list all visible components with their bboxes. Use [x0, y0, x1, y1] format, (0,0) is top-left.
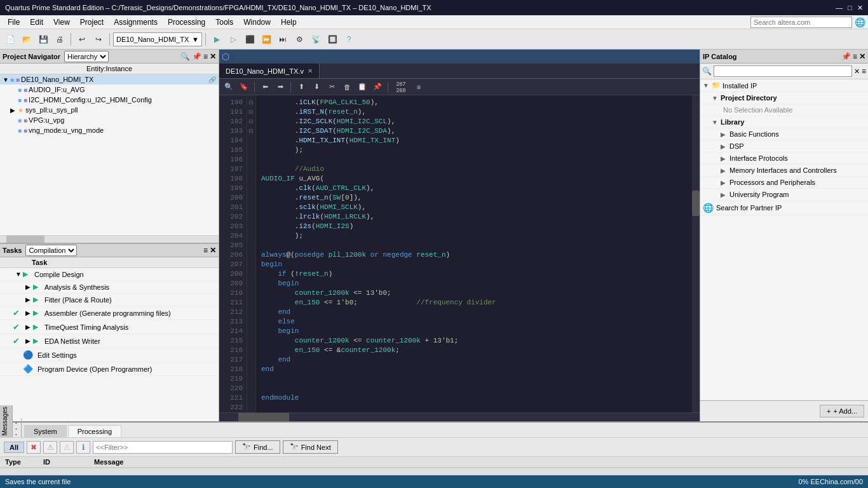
paste-button[interactable]: 📌 — [370, 81, 384, 93]
tree-item-audio[interactable]: ■ ■ AUDIO_IF:u_AVG — [0, 85, 219, 95]
ip-pin-icon[interactable]: 📌 — [841, 52, 851, 61]
ip-item-project-dir[interactable]: ▼ Project Directory — [700, 92, 868, 104]
ip-item-dsp[interactable]: ▶ DSP — [700, 140, 868, 152]
print-button[interactable]: 🖨 — [52, 32, 67, 47]
ip-item-memory[interactable]: ▶ Memory Interfaces and Controllers — [700, 165, 868, 177]
ip-item-partner[interactable]: 🌐 Search for Partner IP — [700, 201, 868, 215]
ip-menu-icon[interactable]: ≡ — [862, 67, 866, 76]
menu-processing[interactable]: Processing — [163, 17, 210, 28]
bookmark-button[interactable]: 🔖 — [237, 81, 251, 93]
ip-search-clear-icon[interactable]: ✕ — [854, 67, 860, 76]
tab-processing[interactable]: Processing — [68, 425, 121, 437]
minimize-button[interactable]: — — [836, 4, 843, 12]
menu-view[interactable]: View — [48, 17, 75, 28]
tab-close-icon[interactable]: ✕ — [308, 67, 313, 74]
tree-item-sys[interactable]: ▶ ★ sys_pll:u_sys_pll — [0, 105, 219, 115]
filter-input[interactable] — [93, 441, 233, 454]
ip-item-univ[interactable]: ▶ University Program — [700, 189, 868, 201]
ip-search-input[interactable] — [714, 65, 852, 77]
compile-button[interactable]: ▶ — [209, 32, 224, 47]
menu-edit[interactable]: Edit — [25, 17, 48, 28]
editor-tab-main[interactable]: DE10_Nano_HDMI_TX.v ✕ — [219, 64, 320, 78]
task-row-settings[interactable]: 🔵 Edit Settings — [0, 348, 219, 362]
all-messages-button[interactable]: All — [4, 442, 24, 453]
project-dropdown[interactable]: DE10_Nano_HDMI_TX ▼ — [113, 32, 202, 46]
menu-project[interactable]: Project — [75, 17, 109, 28]
tree-hscroll[interactable] — [0, 235, 219, 243]
down-button[interactable]: ⬇ — [309, 81, 323, 93]
code-content[interactable]: .iCLK(FPGA_CLK1_50), .iRST_N(reset_n), .… — [256, 95, 692, 412]
find-button[interactable]: 🔍 — [222, 81, 236, 93]
note-filter-button[interactable]: ℹ — [76, 441, 90, 454]
ip-close-icon[interactable]: ✕ — [859, 52, 865, 61]
editor-nav-icon[interactable]: ⬡ — [222, 51, 229, 62]
copy-button[interactable]: 📋 — [355, 81, 369, 93]
start-analysis-button[interactable]: ▷ — [226, 32, 241, 47]
format-button[interactable]: ≡ — [412, 81, 426, 93]
tab-system[interactable]: System — [24, 425, 67, 437]
step-button[interactable]: ⏭ — [275, 32, 290, 47]
ip-item-proc[interactable]: ▶ Processors and Peripherals — [700, 177, 868, 189]
tree-expand-root[interactable]: ▼ — [3, 76, 10, 83]
compilation-select[interactable]: Compilation — [25, 245, 77, 256]
menu-help[interactable]: Help — [276, 17, 302, 28]
task-row-compile[interactable]: ▼ ▶ Compile Design — [0, 268, 219, 281]
ip-settings-icon[interactable]: ≡ — [853, 52, 857, 61]
info-filter-button[interactable]: ⚠ — [60, 441, 74, 454]
ip-item-basic-fn[interactable]: ▶ Basic Functions — [700, 128, 868, 140]
menu-window[interactable]: Window — [238, 17, 276, 28]
line-num-button[interactable]: 267268 — [391, 81, 410, 93]
menu-assignments[interactable]: Assignments — [109, 17, 163, 28]
indent-button[interactable]: ⬅ — [258, 81, 272, 93]
menu-file[interactable]: File — [3, 17, 25, 28]
message-table-header: Type ID Message — [0, 457, 868, 468]
signal-button[interactable]: 📡 — [308, 32, 323, 47]
ip-item-iface-proto[interactable]: ▶ Interface Protocols — [700, 152, 868, 165]
tree-item-i2c[interactable]: ■ ■ I2C_HDMI_Config:u_I2C_HDMI_Config — [0, 95, 219, 105]
up-button[interactable]: ⬆ — [294, 81, 308, 93]
settings-button[interactable]: ⚙ — [292, 32, 307, 47]
altera-search-input[interactable] — [750, 17, 852, 28]
tasks-pin-icon[interactable]: ≡ — [203, 246, 208, 255]
maximize-button[interactable]: □ — [848, 4, 852, 12]
task-row-assembler[interactable]: ✔ ▶ ▶ Assembler (Generate programming fi… — [0, 306, 219, 320]
task-row-eda[interactable]: ✔ ▶ ▶ EDA Netlist Writer — [0, 334, 219, 348]
open-file-button[interactable]: 📂 — [19, 32, 34, 47]
chip-button[interactable]: 🔲 — [325, 32, 340, 47]
tasks-close-icon[interactable]: ✕ — [210, 246, 216, 255]
stop-button[interactable]: ⬛ — [242, 32, 257, 47]
find-next-button[interactable]: 🔭 Find Next — [283, 440, 338, 454]
error-filter-button[interactable]: ✖ — [27, 441, 41, 454]
run-button[interactable]: ⏩ — [259, 32, 274, 47]
task-row-analysis[interactable]: ▶ ▶ Analysis & Synthesis — [0, 281, 219, 294]
ip-item-library[interactable]: ▼ Library — [700, 116, 868, 128]
tree-item-vng[interactable]: ■ ■ vng_mode:u_vng_mode — [0, 125, 219, 135]
editor-hscroll[interactable] — [219, 412, 700, 421]
redo-button[interactable]: ↪ — [91, 32, 106, 47]
hierarchy-select[interactable]: Hierarchy — [64, 51, 109, 62]
settings-icon[interactable]: ≡ — [203, 52, 208, 61]
menu-tools[interactable]: Tools — [210, 17, 238, 28]
task-row-fitter[interactable]: ▶ ▶ Fitter (Place & Route) — [0, 294, 219, 306]
task-row-timequest[interactable]: ✔ ▶ ▶ TimeQuest Timing Analysis — [0, 320, 219, 334]
msg-hscroll[interactable] — [0, 468, 868, 475]
tree-item-vpg[interactable]: ■ ■ VPG:u_vpg — [0, 115, 219, 125]
tree-item-root[interactable]: ▼ ■ ■ DE10_Nano_HDMI_TX 🔗 — [0, 74, 219, 85]
find-button[interactable]: 🔭 Find... — [235, 440, 280, 454]
close-icon[interactable]: ✕ — [210, 52, 216, 61]
undo-button[interactable]: ↩ — [74, 32, 90, 47]
close-button[interactable]: ✕ — [857, 4, 863, 12]
new-file-button[interactable]: 📄 — [3, 32, 18, 47]
save-button[interactable]: 💾 — [36, 32, 51, 47]
warning-filter-button[interactable]: ⚠ — [43, 441, 57, 454]
search-icon[interactable]: 🔍 — [180, 52, 190, 61]
ip-item-installed[interactable]: ▼ 📁 Installed IP — [700, 79, 868, 92]
pin-icon[interactable]: 📌 — [192, 52, 201, 61]
outdent-button[interactable]: ➡ — [273, 81, 287, 93]
editor-vscroll[interactable] — [692, 95, 700, 412]
cut-button[interactable]: ✂ — [325, 81, 339, 93]
delete-button[interactable]: 🗑 — [340, 81, 354, 93]
help-button[interactable]: ? — [341, 32, 356, 47]
task-row-program[interactable]: 🔷 Program Device (Open Programmer) — [0, 362, 219, 376]
add-ip-button[interactable]: + + Add... — [820, 405, 864, 417]
